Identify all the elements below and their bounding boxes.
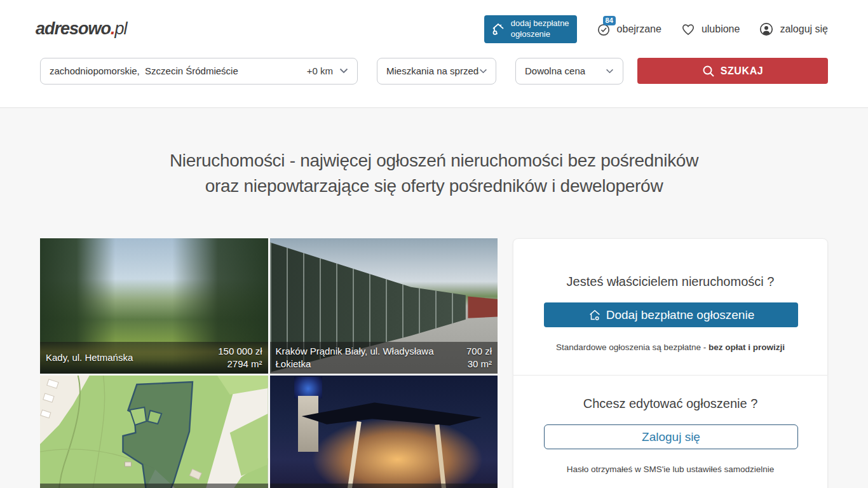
favorites-label: ulubione <box>702 24 740 35</box>
site-header: adresowo.pl dodaj bezpłatneogłoszenie <box>0 0 868 108</box>
listing-caption: Nowe Jastrzębka 300 000 zł <box>40 484 268 488</box>
content-row: Kady, ul. Hetmańska 150 000 zł 2794 m² K… <box>40 238 828 488</box>
login-button[interactable]: Zaloguj się <box>544 424 798 449</box>
owner-note: Standardowe ogłoszenia są bezpłatne - be… <box>544 342 797 352</box>
listing-title: Kraków Prądnik Biały, ul. Władysława Łok… <box>276 345 466 370</box>
main-content: Nieruchomości - najwięcej ogłoszeń nieru… <box>0 148 868 488</box>
search-button[interactable]: SZUKAJ <box>637 58 828 84</box>
gazebo-post <box>435 424 446 488</box>
listing-caption: Kraków Prądnik Biały, ul. Władysława Łok… <box>270 342 498 374</box>
listing-card[interactable]: Jurata, ul. ks. Hieronima 380 000 zł <box>270 376 498 488</box>
chevron-down-icon[interactable] <box>339 68 348 74</box>
price-value: Dowolna cena <box>525 65 585 76</box>
search-bar: zachodniopomorskie, Szczecin Śródmieście… <box>0 43 868 85</box>
login-button-label: Zaloguj się <box>642 430 700 444</box>
user-icon <box>759 22 774 37</box>
location-value: zachodniopomorskie, Szczecin Śródmieście <box>50 65 307 76</box>
radius-value: +0 km <box>307 65 333 76</box>
category-value: Mieszkania na sprzeda <box>386 65 479 76</box>
login-label: zaloguj się <box>780 24 828 35</box>
owner-heading: Jesteś właścicielem nieruchomości ? <box>544 274 797 289</box>
check-circle-icon: 84 <box>596 22 611 37</box>
listing-price: 700 zł <box>466 345 492 358</box>
house-plus-icon <box>588 308 602 322</box>
search-icon <box>702 65 715 78</box>
viewed-count-badge: 84 <box>603 16 616 25</box>
listing-price: 150 000 zł <box>218 345 262 358</box>
listing-area: 30 m² <box>466 358 492 370</box>
location-input[interactable]: zachodniopomorskie, Szczecin Śródmieście… <box>40 58 358 85</box>
add-listing-label: dodaj bezpłatneogłoszenie <box>511 18 569 40</box>
owner-section: Jesteś właścicielem nieruchomości ? Doda… <box>513 239 827 352</box>
login-link[interactable]: zaloguj się <box>759 22 828 37</box>
favorites-link[interactable]: ulubione <box>681 22 740 37</box>
listings-grid: Kady, ul. Hetmańska 150 000 zł 2794 m² K… <box>40 238 498 488</box>
listing-price-area: 700 zł 30 m² <box>466 345 492 370</box>
site-logo[interactable]: adresowo.pl <box>36 19 127 39</box>
listing-title: Kady, ul. Hetmańska <box>46 351 218 364</box>
listing-area: 2794 m² <box>218 358 262 370</box>
edit-section: Chcesz edytować ogłoszenie ? Zaloguj się… <box>513 376 827 474</box>
add-free-listing-label: Dodaj bezpłatne ogłoszenie <box>606 308 754 322</box>
add-listing-button[interactable]: dodaj bezpłatneogłoszenie <box>484 15 577 43</box>
gazebo-lantern <box>294 377 322 398</box>
header-actions: dodaj bezpłatneogłoszenie 84 obejrzane <box>484 15 828 43</box>
listing-card[interactable]: Nowe Jastrzębka 300 000 zł <box>40 376 268 488</box>
viewed-link[interactable]: 84 obejrzane <box>596 22 661 37</box>
listing-map <box>40 376 268 488</box>
header-top-row: adresowo.pl dodaj bezpłatneogłoszenie <box>0 0 868 43</box>
listing-card[interactable]: Kraków Prądnik Biały, ul. Władysława Łok… <box>270 238 498 374</box>
heart-icon <box>681 22 696 37</box>
viewed-label: obejrzane <box>617 24 661 35</box>
chevron-down-icon <box>479 69 487 74</box>
edit-note: Hasło otrzymałeś w SMS'ie lub ustawiłeś … <box>544 464 797 474</box>
page-title: Nieruchomości - najwięcej ogłoszeń nieru… <box>0 148 868 199</box>
listing-caption: Jurata, ul. ks. Hieronima 380 000 zł <box>270 484 498 488</box>
logo-name: adresowo <box>36 19 111 38</box>
listing-card[interactable]: Kady, ul. Hetmańska 150 000 zł 2794 m² <box>40 238 268 374</box>
category-select[interactable]: Mieszkania na sprzeda <box>377 58 496 85</box>
logo-tld: pl <box>115 19 127 38</box>
add-free-listing-button[interactable]: Dodaj bezpłatne ogłoszenie <box>544 302 798 327</box>
price-select[interactable]: Dowolna cena <box>515 58 623 85</box>
edit-heading: Chcesz edytować ogłoszenie ? <box>544 396 797 411</box>
listing-price-area: 150 000 zł 2794 m² <box>218 345 262 370</box>
house-plus-icon <box>491 22 506 37</box>
chevron-down-icon <box>606 69 614 74</box>
page-title-line2: oraz niepowtarzające się oferty pośredni… <box>0 173 868 199</box>
owner-panel: Jesteś właścicielem nieruchomości ? Doda… <box>513 238 828 488</box>
page-title-line1: Nieruchomości - najwięcej ogłoszeń nieru… <box>0 148 868 173</box>
listing-photo-gazebo <box>270 376 498 488</box>
listing-caption: Kady, ul. Hetmańska 150 000 zł 2794 m² <box>40 342 268 374</box>
gazebo-chimney <box>298 396 318 452</box>
gazebo-post <box>347 421 361 488</box>
search-button-label: SZUKAJ <box>721 65 764 77</box>
